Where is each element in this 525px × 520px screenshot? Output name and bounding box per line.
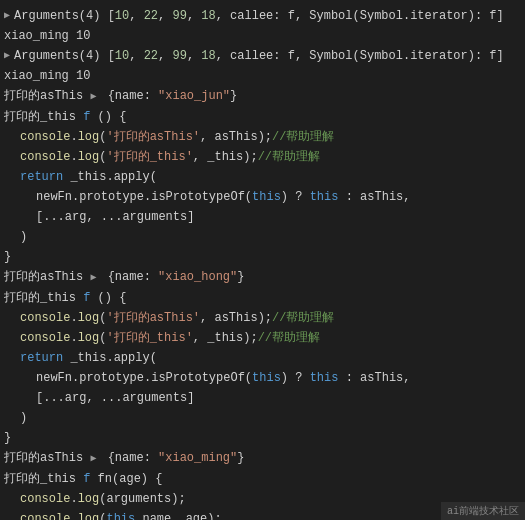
code2-line-1: console.log('打印的asThis', asThis);//帮助理解 (0, 308, 525, 328)
this-fn-hong-line: 打印的_this f () { (0, 288, 525, 308)
code-text-3: return _this.apply( (20, 168, 157, 186)
code2-text-7: } (4, 429, 11, 447)
code2-line-5: [...arg, ...arguments] (0, 388, 525, 408)
bottom-bar: ai前端技术社区 (441, 502, 525, 520)
code-line-2: console.log('打印的_this', _this);//帮助理解 (0, 147, 525, 167)
code2-text-5: [...arg, ...arguments] (36, 389, 194, 407)
output-text-2: xiao_ming 10 (4, 67, 90, 85)
output-text-1: xiao_ming 10 (4, 27, 90, 45)
code-line-3: return _this.apply( (0, 167, 525, 187)
code-text-6: ) (20, 228, 27, 246)
code-text-7: } (4, 248, 11, 266)
code3-text-2: console.log(this.name, age); (20, 510, 222, 520)
code2-line-7: } (0, 428, 525, 448)
code2-text-4: newFn.prototype.isPrototypeOf(this) ? th… (36, 369, 411, 387)
expand-icon-1: ▶ (4, 7, 10, 25)
as-this-jun-text: 打印的asThis ▶ {name: "xiao_jun"} (4, 87, 237, 106)
as-this-ming-text: 打印的asThis ▶ {name: "xiao_ming"} (4, 449, 244, 468)
as-this-hong-line: 打印的asThis ▶ {name: "xiao_hong"} (0, 267, 525, 288)
code-text-1: console.log('打印的asThis', asThis);//帮助理解 (20, 128, 334, 146)
args-text-2: Arguments(4) [10, 22, 99, 18, callee: f,… (14, 47, 504, 65)
args-text-1: Arguments(4) [10, 22, 99, 18, callee: f,… (14, 7, 504, 25)
as-this-ming-line: 打印的asThis ▶ {name: "xiao_ming"} (0, 448, 525, 469)
this-fn-jun-line: 打印的_this f () { (0, 107, 525, 127)
code-line-4: newFn.prototype.isPrototypeOf(this) ? th… (0, 187, 525, 207)
this-fn-ming-line: 打印的_this f fn(age) { (0, 469, 525, 489)
output-line-1: xiao_ming 10 (0, 26, 525, 46)
code-line-7: } (0, 247, 525, 267)
code2-line-3: return _this.apply( (0, 348, 525, 368)
this-fn-jun-text: 打印的_this f () { (4, 108, 126, 126)
code-text-2: console.log('打印的_this', _this);//帮助理解 (20, 148, 320, 166)
code2-text-6: ) (20, 409, 27, 427)
code-text-5: [...arg, ...arguments] (36, 208, 194, 226)
this-fn-hong-text: 打印的_this f () { (4, 289, 126, 307)
bottom-label: ai前端技术社区 (447, 506, 519, 517)
code2-text-1: console.log('打印的asThis', asThis);//帮助理解 (20, 309, 334, 327)
output-line-2: xiao_ming 10 (0, 66, 525, 86)
as-this-jun-line: 打印的asThis ▶ {name: "xiao_jun"} (0, 86, 525, 107)
code2-text-2: console.log('打印的_this', _this);//帮助理解 (20, 329, 320, 347)
code2-line-4: newFn.prototype.isPrototypeOf(this) ? th… (0, 368, 525, 388)
code-line-6: ) (0, 227, 525, 247)
code2-text-3: return _this.apply( (20, 349, 157, 367)
arguments-line-1[interactable]: ▶ Arguments(4) [10, 22, 99, 18, callee: … (0, 6, 525, 26)
code-line-5: [...arg, ...arguments] (0, 207, 525, 227)
code2-line-6: ) (0, 408, 525, 428)
arguments-line-2[interactable]: ▶ Arguments(4) [10, 22, 99, 18, callee: … (0, 46, 525, 66)
as-this-hong-text: 打印的asThis ▶ {name: "xiao_hong"} (4, 268, 244, 287)
code3-text-1: console.log(arguments); (20, 490, 186, 508)
this-fn-ming-text: 打印的_this f fn(age) { (4, 470, 162, 488)
expand-icon-2: ▶ (4, 47, 10, 65)
code-text-4: newFn.prototype.isPrototypeOf(this) ? th… (36, 188, 411, 206)
code2-line-2: console.log('打印的_this', _this);//帮助理解 (0, 328, 525, 348)
console-output: ▶ Arguments(4) [10, 22, 99, 18, callee: … (0, 4, 525, 520)
code-line-1: console.log('打印的asThis', asThis);//帮助理解 (0, 127, 525, 147)
